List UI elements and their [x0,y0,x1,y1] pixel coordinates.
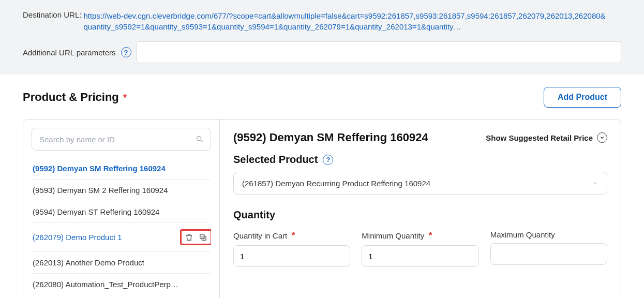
show-srp-label: Show Suggested Retail Price [486,133,593,142]
duplicate-icon[interactable] [199,233,207,242]
section-title: Product & Pricing [23,91,119,103]
selected-product-label: Selected Product [233,154,318,166]
svg-line-3 [201,140,202,142]
destination-url-value[interactable]: https://web-dev.cgn.cleverbridge.com/677… [83,10,609,32]
additional-params-input[interactable] [137,41,621,63]
action-highlight-box [180,229,211,245]
required-asterisk: * [123,93,127,103]
additional-params-label: Additional URL parameters [23,48,116,57]
quantity-cart-label: Quantity in Cart [233,231,287,240]
list-item[interactable]: (262079) Demo Product 1 [32,223,211,252]
help-icon[interactable]: ? [323,155,333,165]
delete-icon[interactable] [185,233,193,242]
list-item-label: (262079) Demo Product 1 [33,233,122,242]
quantity-min-input[interactable] [362,245,478,267]
list-item-label: (262080) Automation_Test_ProductPerp… [33,280,178,289]
product-title: (9592) Demyan SM Reffering 160924 [233,131,428,144]
quantity-max-label: Maximum Quantity [490,230,555,239]
search-input[interactable] [32,128,211,151]
list-item[interactable]: (262080) Automation_Test_ProductPerp… [32,274,211,295]
quantity-cart-input[interactable] [233,245,350,267]
required-asterisk: * [291,230,295,241]
quantity-min-label: Minimum Quantity [362,231,424,240]
quantity-max-input[interactable] [490,243,607,265]
list-item-label: (9592) Demyan SM Reffering 160924 [33,164,166,173]
list-item-label: (262013) Another Demo Product [33,258,144,267]
show-srp-toggle[interactable]: Show Suggested Retail Price [486,132,607,143]
product-detail-panel: (9592) Demyan SM Reffering 160924 Show S… [220,120,621,298]
selected-product-value: (261857) Demyan Recurring Product Reffer… [242,179,430,188]
destination-url-label: Destination URL: [23,10,81,19]
list-item-label: (9593) Demyan SM 2 Reffering 160924 [33,186,168,195]
list-item[interactable]: (9592) Demyan SM Reffering 160924 [32,158,211,180]
required-asterisk: * [428,230,432,241]
list-item-label: (9594) Demyan ST Reffering 160924 [33,207,159,216]
search-icon [196,135,204,143]
list-item[interactable]: (9593) Demyan SM 2 Reffering 160924 [32,180,211,201]
list-item[interactable]: (9594) Demyan ST Reffering 160924 [32,201,211,223]
quantity-title: Quantity [233,209,607,221]
svg-point-2 [197,137,201,141]
product-list-panel: (9592) Demyan SM Reffering 160924 (9593)… [23,120,220,298]
help-icon[interactable]: ? [121,47,131,57]
list-item[interactable]: (262013) Another Demo Product [32,252,211,274]
chevron-down-icon [592,180,598,186]
chevron-down-icon [597,132,607,143]
add-product-button[interactable]: Add Product [544,87,621,108]
selected-product-dropdown[interactable]: (261857) Demyan Recurring Product Reffer… [233,172,607,195]
